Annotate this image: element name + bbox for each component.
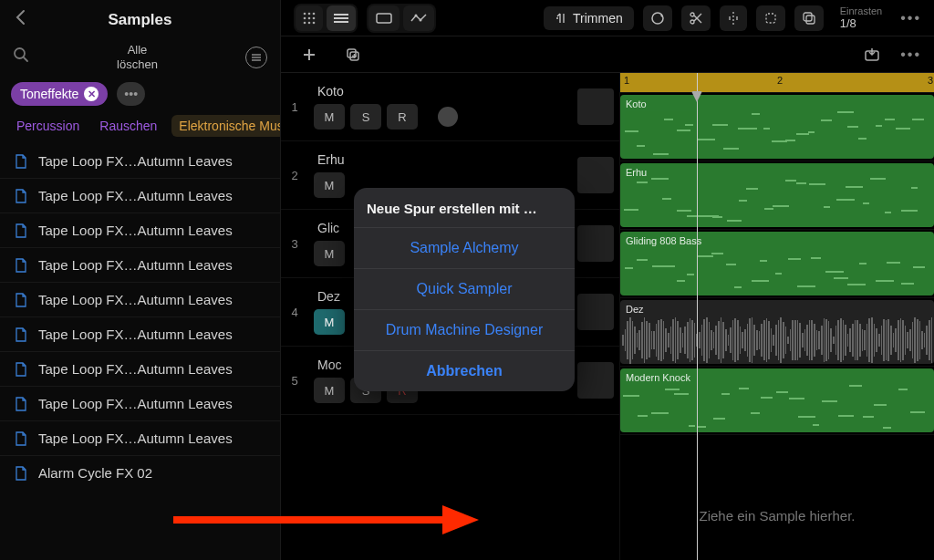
browser-sidebar: Samples Alle löschen Toneffekte ✕ ••• Pe…: [0, 0, 281, 560]
duplicate-track-icon[interactable]: [337, 42, 368, 67]
trim-button[interactable]: Trimmen: [544, 6, 634, 30]
region-clip[interactable]: Erhu: [620, 163, 934, 227]
clip-row[interactable]: Modern Knock: [620, 367, 934, 435]
list-menu-icon[interactable]: [245, 47, 267, 68]
svg-point-5: [304, 12, 306, 15]
instrument-thumbnail[interactable]: [577, 88, 614, 125]
sample-name: Tape Loop FX…Autumn Leaves: [38, 223, 233, 238]
track-more-icon[interactable]: •••: [900, 47, 921, 63]
sample-item[interactable]: Tape Loop FX…Autumn Leaves: [0, 386, 280, 420]
popup-option-sample-alchemy[interactable]: Sample Alchemy: [354, 228, 575, 269]
record-button[interactable]: R: [387, 104, 418, 130]
category-elektronische[interactable]: Elektronische Mus: [171, 115, 280, 137]
clip-name: Modern Knock: [626, 372, 929, 383]
more-tags-button[interactable]: •••: [117, 82, 145, 106]
sample-item[interactable]: Tape Loop FX…Autumn Leaves: [0, 178, 280, 213]
timeline[interactable]: 1 2 3 KotoErhuGliding 808 BassDezModern …: [620, 73, 934, 560]
mute-button[interactable]: M: [314, 104, 345, 130]
snap-value[interactable]: 1/8: [840, 16, 882, 30]
file-icon: [13, 397, 29, 411]
popup-option-quick-sampler[interactable]: Quick Sampler: [354, 269, 575, 310]
clip-row[interactable]: Erhu: [620, 161, 934, 230]
import-icon[interactable]: [856, 42, 887, 67]
more-menu-icon[interactable]: •••: [900, 10, 921, 26]
playhead[interactable]: [697, 73, 698, 560]
svg-point-23: [690, 20, 694, 24]
track-number: 3: [281, 237, 308, 251]
scissors-icon[interactable]: [681, 5, 711, 31]
sample-name: Tape Loop FX…Autumn Leaves: [38, 257, 233, 273]
category-percussion[interactable]: Percussion: [11, 115, 85, 137]
solo-button[interactable]: S: [350, 104, 381, 130]
region-clip[interactable]: Koto: [620, 95, 934, 159]
sample-item[interactable]: Tape Loop FX…Autumn Leaves: [0, 282, 280, 316]
instrument-thumbnail[interactable]: [577, 225, 614, 262]
add-track-icon[interactable]: [294, 42, 325, 67]
file-icon: [13, 293, 29, 307]
region-view-icon[interactable]: [368, 5, 400, 31]
automation-view-icon[interactable]: [403, 5, 434, 31]
grid-view-icon[interactable]: [296, 5, 323, 31]
filter-tag-toneffekte[interactable]: Toneffekte ✕: [11, 82, 108, 106]
back-button[interactable]: [15, 9, 26, 30]
file-icon: [13, 362, 29, 377]
track-number: 1: [281, 100, 308, 114]
loop-icon[interactable]: [643, 5, 672, 31]
clip-row[interactable]: Dez: [620, 298, 934, 367]
category-row: Percussion Rauschen Elektronische Mus: [0, 115, 280, 144]
clip-name: Koto: [626, 99, 929, 109]
svg-point-11: [304, 21, 306, 24]
region-clip[interactable]: Modern Knock: [620, 368, 934, 432]
file-icon: [13, 327, 29, 342]
mute-button[interactable]: M: [314, 241, 345, 266]
sample-item[interactable]: Tape Loop FX…Autumn Leaves: [0, 316, 280, 351]
copy-icon[interactable]: [794, 5, 824, 31]
svg-point-19: [420, 18, 422, 21]
svg-rect-29: [806, 16, 815, 24]
sample-item[interactable]: Tape Loop FX…Autumn Leaves: [0, 420, 280, 455]
sample-list[interactable]: Tape Loop FX…Autumn LeavesTape Loop FX…A…: [0, 144, 280, 560]
svg-rect-14: [334, 14, 348, 16]
sample-item[interactable]: Alarm Cycle FX 02: [0, 455, 280, 490]
mute-button[interactable]: M: [314, 309, 345, 335]
clip-row[interactable]: Gliding 808 Bass: [620, 230, 934, 298]
svg-rect-15: [334, 17, 348, 19]
sample-item[interactable]: Tape Loop FX…Autumn Leaves: [0, 351, 280, 386]
mute-button[interactable]: M: [314, 172, 345, 198]
sample-item[interactable]: Tape Loop FX…Autumn Leaves: [0, 247, 280, 282]
popup-option-drum-machine[interactable]: Drum Machine Designer: [354, 310, 575, 351]
svg-line-1: [24, 57, 27, 61]
move-icon[interactable]: [756, 5, 785, 31]
svg-point-20: [556, 17, 558, 19]
clear-all-button[interactable]: Alle löschen: [29, 43, 245, 71]
list-view-icon[interactable]: [327, 5, 356, 31]
sample-item[interactable]: Tape Loop FX…Autumn Leaves: [0, 144, 280, 178]
remove-tag-icon[interactable]: ✕: [84, 87, 99, 101]
region-clip[interactable]: Gliding 808 Bass: [620, 232, 934, 296]
region-clip[interactable]: Dez: [620, 300, 934, 364]
svg-point-22: [690, 13, 694, 16]
track-header[interactable]: 1 Koto M S R: [281, 73, 619, 141]
annotation-arrow: [173, 502, 483, 538]
svg-rect-27: [766, 14, 775, 23]
ruler[interactable]: 1 2 3: [620, 73, 934, 93]
sample-item[interactable]: Tape Loop FX…Autumn Leaves: [0, 213, 280, 247]
svg-point-12: [308, 21, 311, 24]
track-name: Koto: [314, 84, 566, 99]
search-icon[interactable]: [13, 47, 29, 67]
instrument-thumbnail[interactable]: [577, 157, 614, 193]
clip-name: Dez: [626, 304, 929, 315]
svg-point-7: [313, 12, 316, 15]
instrument-thumbnail[interactable]: [577, 294, 614, 330]
instrument-thumbnail[interactable]: [577, 362, 614, 399]
pan-knob[interactable]: [438, 107, 458, 127]
mute-button[interactable]: M: [314, 378, 345, 403]
svg-point-8: [304, 16, 306, 19]
category-rauschen[interactable]: Rauschen: [94, 115, 162, 137]
track-name: Erhu: [314, 152, 566, 167]
clip-row[interactable]: Koto: [620, 93, 934, 161]
popup-cancel[interactable]: Abbrechen: [354, 351, 575, 391]
file-icon: [13, 189, 29, 203]
split-icon[interactable]: [720, 5, 747, 31]
sample-name: Tape Loop FX…Autumn Leaves: [38, 430, 233, 446]
